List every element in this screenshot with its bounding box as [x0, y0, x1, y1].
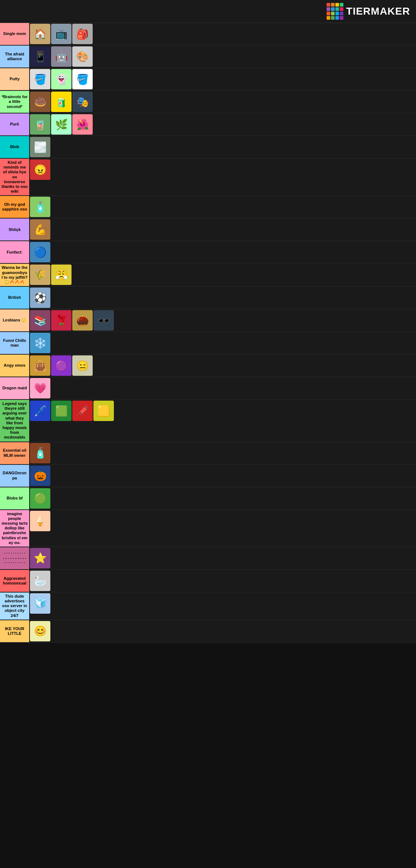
tier-label-danganronpa: DANGOnronpa [0, 465, 29, 487]
tier-items-shtick: 💪 [29, 219, 416, 240]
tier-items-funfact: 🔵 [29, 241, 416, 263]
tier-label-shtick: Shtiçk [0, 219, 29, 240]
list-item[interactable]: 😠 [30, 159, 50, 180]
logo-grid-icon [327, 3, 343, 20]
list-item[interactable]: 📚 [30, 310, 50, 331]
tier-row-afraid-alliance: The afraid alliance📱🤖🎨 [0, 46, 416, 68]
tier-row-dots: · · · · · · · · · · - - - - - - - - - - … [0, 547, 416, 570]
list-item[interactable]: 🖊️ [30, 401, 50, 421]
list-item[interactable]: 🎒 [72, 24, 93, 44]
list-item[interactable]: 🍩 [30, 92, 50, 112]
tier-items-aggravated: 🦢 [29, 570, 416, 592]
list-item[interactable]: 💗 [30, 378, 50, 398]
list-item[interactable]: 🧊 [30, 593, 50, 614]
tier-row-danganronpa: DANGOnronpa🎃 [0, 465, 416, 487]
list-item[interactable]: 🍦 [30, 511, 50, 531]
tier-label-aggravated: Aggravated homosexual [0, 570, 29, 592]
list-item[interactable]: 🪣 [30, 69, 50, 89]
tier-row-blob: Blob🌫️ [0, 136, 416, 159]
list-item[interactable]: 🔵 [30, 242, 50, 262]
list-item[interactable]: 📱 [30, 46, 50, 67]
tier-list: Single mom🏠📺🎒The afraid alliance📱🤖🎨Putty… [0, 23, 416, 643]
list-item[interactable]: 🟨 [93, 401, 114, 421]
list-item[interactable]: 💪 [30, 219, 50, 240]
list-item[interactable]: 🟩 [51, 401, 72, 421]
tier-label-essential-oil: Essential oil MLM owner [0, 442, 29, 464]
tier-items-guamoon: 🌾😤 [29, 264, 416, 286]
list-item[interactable]: 🧋 [30, 114, 50, 135]
tier-label-blobs-bf: Blobs bf [0, 487, 29, 509]
tier-row-like-your-little: IKE YOUR LITTLE😊 [0, 620, 416, 643]
list-item[interactable]: 🪣 [72, 69, 93, 89]
list-item[interactable]: 🌫️ [30, 137, 50, 157]
tier-label-british: British [0, 287, 29, 309]
list-item[interactable]: 🌾 [30, 265, 50, 285]
tier-label-angy-emos: Angy emos [0, 355, 29, 377]
tier-label-putty: Putty [0, 68, 29, 90]
tier-items-advertises: 🧊 [29, 593, 416, 620]
list-item[interactable]: 🌹 [51, 310, 72, 331]
tier-items-like-your-little: 😊 [29, 620, 416, 642]
tier-row-happy-meals: Legend says theyre still arguing over wh… [0, 400, 416, 442]
list-item[interactable]: 🎨 [72, 46, 93, 67]
list-item[interactable]: 🖍️ [72, 401, 93, 421]
tier-label-dots: · · · · · · · · · · - - - - - - - - - - … [0, 547, 29, 569]
list-item[interactable]: 👻 [51, 69, 72, 89]
list-item[interactable]: 🧴 [30, 443, 50, 463]
tier-items-sapphire: 🧴 [29, 196, 416, 218]
list-item[interactable]: 🟣 [51, 355, 72, 376]
list-item[interactable]: 🟢 [30, 488, 50, 509]
tier-items-tarts-dollop: 🍦 [29, 510, 416, 547]
tier-row-brainrots: *Brainrots for a little second*🍩🧃🎭 [0, 91, 416, 113]
list-item[interactable]: ❄️ [30, 333, 50, 353]
tier-row-british: British⚽ [0, 287, 416, 309]
tier-label-lesbians: Lesbians 🙄 [0, 309, 29, 331]
tier-items-angy-emos: 👜🟣😑 [29, 355, 416, 377]
list-item[interactable]: ⭐ [30, 548, 50, 568]
tier-label-single-mom: Single mom [0, 23, 29, 45]
list-item[interactable]: 🎭 [72, 92, 93, 112]
list-item[interactable]: 😊 [30, 621, 50, 641]
tier-items-afraid-alliance: 📱🤖🎨 [29, 46, 416, 67]
list-item[interactable]: 😤 [51, 265, 72, 285]
list-item[interactable]: 🌰 [72, 310, 93, 331]
tier-row-tarts-dollop: imagine people messing tarts dollop like… [0, 510, 416, 547]
tier-items-olivia-hye: 😠 [29, 159, 416, 195]
list-item[interactable]: 🏠 [30, 24, 50, 44]
tier-row-olivia-hye: Kind of reminds me of olivia hye on loon… [0, 159, 416, 196]
list-item[interactable]: 👜 [30, 355, 50, 376]
tier-label-funfact: Funfact: [0, 241, 29, 263]
tier-items-dots: ⭐ [29, 547, 416, 569]
list-item[interactable]: 🤖 [51, 46, 72, 67]
tier-row-putty: Putty🪣👻🪣 [0, 68, 416, 91]
list-item[interactable]: 🎃 [30, 466, 50, 486]
tier-items-putty: 🪣👻🪣 [29, 68, 416, 90]
tier-row-dragon-maid: Dragon maid💗 [0, 377, 416, 400]
tier-items-danganronpa: 🎃 [29, 465, 416, 487]
tier-label-dragon-maid: Dragon maid [0, 377, 29, 399]
tier-label-brainrots: *Brainrots for a little second* [0, 91, 29, 113]
tier-row-angy-emos: Angy emos👜🟣😑 [0, 355, 416, 377]
list-item[interactable]: 😑 [72, 355, 93, 376]
list-item[interactable]: 📺 [51, 24, 72, 44]
tier-label-tarts-dollop: imagine people messing tarts dollop like… [0, 510, 29, 547]
list-item[interactable]: 🦢 [30, 571, 50, 591]
tier-row-essential-oil: Essential oil MLM owner🧴 [0, 442, 416, 465]
list-item[interactable]: ⚽ [30, 288, 50, 308]
tier-row-single-mom: Single mom🏠📺🎒 [0, 23, 416, 46]
tier-label-pure: Purē [0, 113, 29, 135]
list-item[interactable]: 🌿 [51, 114, 72, 135]
list-item[interactable]: 🌺 [72, 114, 93, 135]
tier-label-olivia-hye: Kind of reminds me of olivia hye on loon… [0, 159, 29, 195]
tier-row-aggravated: Aggravated homosexual🦢 [0, 570, 416, 593]
list-item[interactable]: 🧃 [51, 92, 72, 112]
tier-label-happy-meals: Legend says theyre still arguing over wh… [0, 400, 29, 441]
tier-items-lesbians: 📚🌹🌰🕶️ [29, 309, 416, 331]
list-item[interactable]: 🕶️ [93, 310, 114, 331]
tier-label-like-your-little: IKE YOUR LITTLE [0, 620, 29, 642]
tier-items-single-mom: 🏠📺🎒 [29, 23, 416, 45]
list-item[interactable]: 🧴 [30, 197, 50, 217]
tier-items-pure: 🧋🌿🌺 [29, 113, 416, 135]
tier-items-dragon-maid: 💗 [29, 377, 416, 399]
tier-items-british: ⚽ [29, 287, 416, 309]
